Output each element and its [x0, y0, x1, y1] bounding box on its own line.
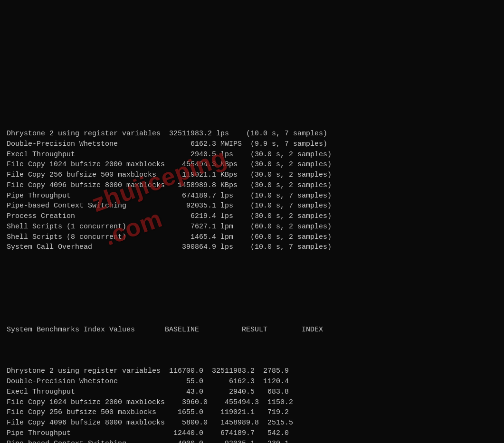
- raw-result-row: Process Creation 6219.4 lps (30.0 s, 2 s…: [7, 211, 497, 222]
- index-header: System Benchmarks Index Values BASELINE …: [7, 325, 497, 335]
- index-result-row: File Copy 1024 bufsize 2000 maxblocks 39…: [7, 397, 497, 408]
- index-result-row: Dhrystone 2 using register variables 116…: [7, 366, 497, 377]
- index-result-row: File Copy 4096 bufsize 8000 maxblocks 58…: [7, 418, 497, 428]
- raw-result-row: Pipe Throughput 674189.7 lps (10.0 s, 7 …: [7, 191, 497, 201]
- raw-result-row: Shell Scripts (1 concurrent) 7627.1 lpm …: [7, 222, 497, 232]
- raw-result-row: Dhrystone 2 using register variables 325…: [7, 129, 497, 139]
- blank-1: [7, 87, 497, 98]
- raw-result-row: File Copy 256 bufsize 500 maxblocks 1190…: [7, 170, 497, 180]
- raw-result-row: File Copy 1024 bufsize 2000 maxblocks 45…: [7, 160, 497, 170]
- raw-result-row: System Call Overhead 390864.9 lps (10.0 …: [7, 242, 497, 253]
- terminal-output: Dhrystone 2 using register variables 325…: [7, 5, 497, 443]
- index-result-row: Double-Precision Whetstone 55.0 6162.3 1…: [7, 377, 497, 387]
- raw-result-row: Execl Throughput 2940.5 lps (30.0 s, 2 s…: [7, 150, 497, 160]
- blank-2: [7, 283, 497, 294]
- index-header-row: System Benchmarks Index Values BASELINE …: [7, 325, 497, 335]
- raw-results: Dhrystone 2 using register variables 325…: [7, 129, 497, 253]
- index-result-row: Pipe-based Context Switching 4000.0 9203…: [7, 439, 497, 443]
- index-result-row: Execl Throughput 43.0 2940.5 683.8: [7, 387, 497, 397]
- index-result-row: Pipe Throughput 12440.0 674189.7 542.0: [7, 428, 497, 439]
- raw-result-row: File Copy 4096 bufsize 8000 maxblocks 14…: [7, 180, 497, 191]
- index-results: Dhrystone 2 using register variables 116…: [7, 366, 497, 443]
- raw-result-row: Double-Precision Whetstone 6162.3 MWIPS …: [7, 139, 497, 150]
- raw-result-row: Shell Scripts (8 concurrent) 1465.4 lpm …: [7, 232, 497, 243]
- raw-result-row: Pipe-based Context Switching 92035.1 lps…: [7, 201, 497, 211]
- index-result-row: File Copy 256 bufsize 500 maxblocks 1655…: [7, 407, 497, 418]
